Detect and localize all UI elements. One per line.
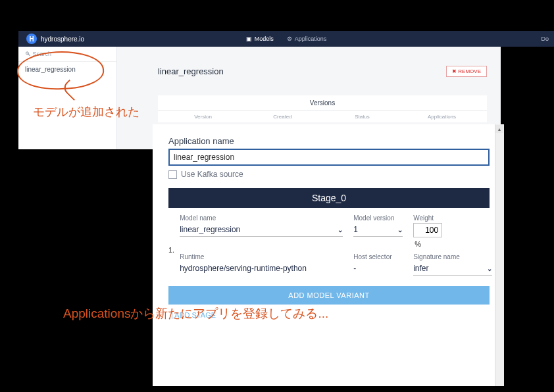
chevron-down-icon: ⌄ xyxy=(487,265,492,272)
search-input[interactable]: 🔍︎ Search xyxy=(18,47,116,62)
gear-icon: ⚙ xyxy=(287,36,292,42)
chevron-down-icon: ⌄ xyxy=(338,226,343,233)
search-icon: 🔍︎ xyxy=(25,51,31,57)
kafka-checkbox[interactable] xyxy=(168,170,177,179)
row-number: 1. xyxy=(168,214,174,254)
annotation-model-added: モデルが追加された xyxy=(33,104,139,120)
top-navbar: H hydrosphere.io ▣ Models ⚙ Applications… xyxy=(18,31,554,47)
model-name-select[interactable]: linear_regression ⌄ xyxy=(180,223,343,237)
brand-logo[interactable]: H hydrosphere.io xyxy=(26,34,84,44)
app-name-label: Application name xyxy=(168,136,479,146)
nav-applications[interactable]: ⚙ Applications xyxy=(287,36,327,42)
chevron-down-icon: ⌄ xyxy=(397,226,403,233)
content-header: linear_regression ✖ REMOVE xyxy=(158,66,487,77)
app-name-input[interactable] xyxy=(168,149,490,166)
nav-models-label: Models xyxy=(255,36,274,42)
weight-label: Weight xyxy=(413,214,453,222)
nav-center: ▣ Models ⚙ Applications xyxy=(246,36,327,42)
scroll-up-button[interactable]: ▴ xyxy=(495,125,503,133)
weight-percent: % xyxy=(415,240,421,248)
add-model-variant-button[interactable]: ADD MODEL VARIANT xyxy=(168,286,490,305)
remove-button[interactable]: ✖ REMOVE xyxy=(446,66,487,77)
weight-input-wrap: 100 % xyxy=(413,223,453,249)
nav-apps-label: Applications xyxy=(295,36,327,42)
stage-0-header: Stage_0 xyxy=(168,188,490,208)
model-name-label: Model name xyxy=(180,214,343,222)
host-selector-label: Host selector xyxy=(353,253,403,260)
versions-headers: Version Created Status Applications xyxy=(158,111,487,122)
nav-models[interactable]: ▣ Models xyxy=(246,36,274,42)
versions-panel: Versions Version Created Status Applicat… xyxy=(158,95,487,122)
header-created: Created xyxy=(243,114,322,120)
model-version-select[interactable]: 1 ⌄ xyxy=(353,223,403,237)
header-applications: Applications xyxy=(402,114,482,120)
sidebar-item-linear-regression[interactable]: linear_regression xyxy=(18,62,116,77)
sidebar: 🔍︎ Search linear_regression xyxy=(18,47,117,149)
search-placeholder: Search xyxy=(33,51,52,57)
header-version: Version xyxy=(163,114,243,120)
nav-right-item[interactable]: Do xyxy=(541,36,549,42)
kafka-label: Use Kafka source xyxy=(181,170,243,179)
dialog-scrollbar[interactable] xyxy=(495,124,504,386)
model-name-value: linear_regression xyxy=(180,225,240,234)
signature-name-value: infer xyxy=(413,264,428,273)
kafka-checkbox-row[interactable]: Use Kafka source xyxy=(168,170,479,179)
brand-text: hydrosphere.io xyxy=(41,36,84,43)
runtime-label: Runtime xyxy=(180,253,343,260)
model-version-label: Model version xyxy=(353,214,403,222)
annotation-register-app: Applicationsから新たにアプリを登録してみる... xyxy=(63,305,328,322)
versions-title: Versions xyxy=(158,95,487,111)
signature-name-select[interactable]: infer ⌄ xyxy=(413,262,492,276)
boxes-icon: ▣ xyxy=(246,36,252,42)
header-status: Status xyxy=(322,114,402,120)
brand-logo-icon: H xyxy=(26,34,37,44)
signature-name-label: Signature name xyxy=(413,253,492,260)
application-dialog: ▴ Application name Use Kafka source Stag… xyxy=(153,124,504,386)
page-title: linear_regression xyxy=(158,66,224,76)
runtime-value: hydrosphere/serving-runtime-python xyxy=(180,262,343,275)
weight-input[interactable]: 100 xyxy=(413,223,442,237)
host-selector-value: - xyxy=(353,262,403,275)
model-version-value: 1 xyxy=(353,225,358,234)
